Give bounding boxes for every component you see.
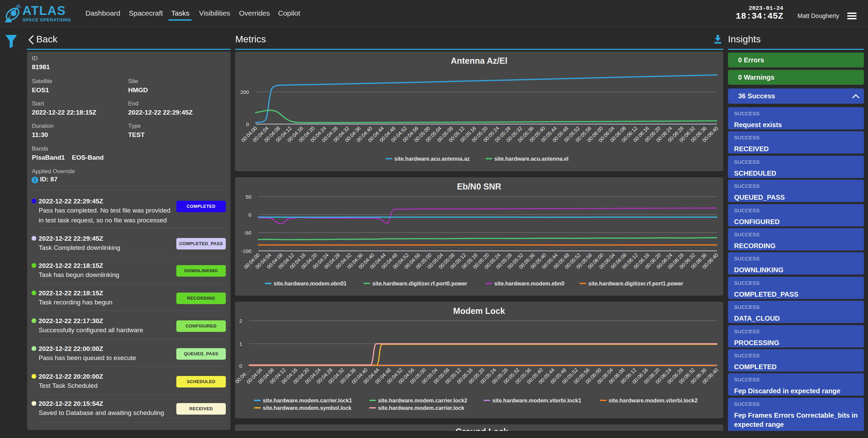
svg-text:site.hardware.modem.carrier.lo: site.hardware.modem.carrier.lock2 xyxy=(378,398,467,403)
svg-text:1: 1 xyxy=(239,341,242,347)
svg-text:0: 0 xyxy=(239,363,242,369)
svg-text:0: 0 xyxy=(249,212,251,218)
svg-text:site.hardware.acu.antenna.az: site.hardware.acu.antenna.az xyxy=(394,156,470,162)
svg-text:Modem Lock: Modem Lock xyxy=(453,306,505,316)
svg-text:site.hardware.modem.symbol.loc: site.hardware.modem.symbol.lock xyxy=(263,405,352,411)
svg-text:site.hardware.modem.ebn01: site.hardware.modem.ebn01 xyxy=(274,281,347,286)
svg-text:2: 2 xyxy=(239,318,242,324)
svg-text:site.hardware.modem.viterbi.lo: site.hardware.modem.viterbi.lock1 xyxy=(492,398,581,403)
svg-text:Antenna Az/El: Antenna Az/El xyxy=(451,56,507,65)
svg-text:Eb/N0 SNR: Eb/N0 SNR xyxy=(457,182,501,191)
svg-text:site.hardware.modem.carrier.lo: site.hardware.modem.carrier.lock xyxy=(378,405,464,411)
svg-text:site.hardware.modem.ebn0: site.hardware.modem.ebn0 xyxy=(494,281,564,286)
svg-text:200: 200 xyxy=(240,89,249,95)
svg-text:site.hardware.acu.antenna.el: site.hardware.acu.antenna.el xyxy=(494,156,569,162)
svg-text:0: 0 xyxy=(246,121,249,127)
svg-text:site.hardware.modem.viterbi.lo: site.hardware.modem.viterbi.lock2 xyxy=(609,398,697,403)
svg-text:site.hardware.digitizer.rf.por: site.hardware.digitizer.rf.port0.power xyxy=(372,281,467,286)
svg-text:50: 50 xyxy=(245,194,251,200)
svg-text:-50: -50 xyxy=(244,230,251,236)
svg-text:site.hardware.digitizer.rf.por: site.hardware.digitizer.rf.port1.power xyxy=(588,281,683,286)
svg-text:-100: -100 xyxy=(241,248,251,254)
svg-text:site.hardware.modem.carrier.lo: site.hardware.modem.carrier.lock1 xyxy=(263,398,352,403)
